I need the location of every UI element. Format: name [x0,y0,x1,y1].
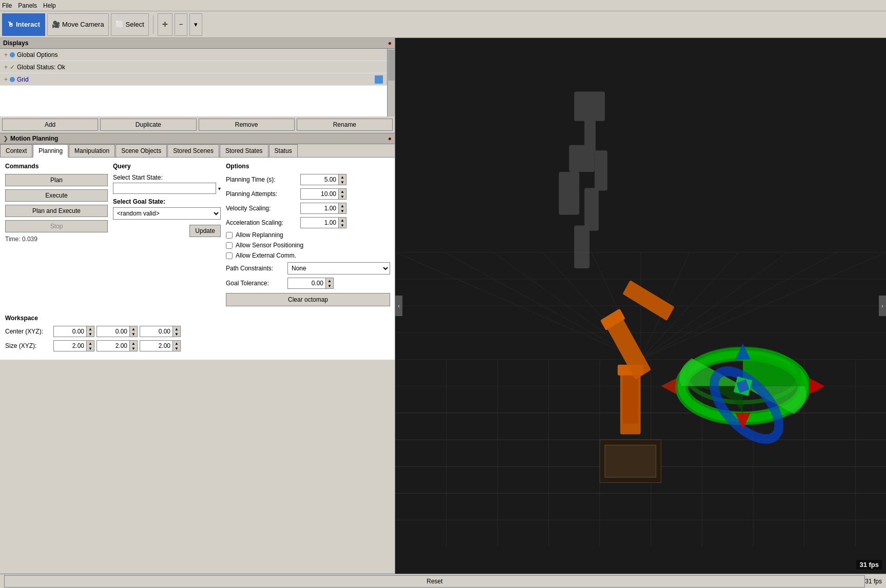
move-camera-button[interactable]: 🎥 Move Camera [47,13,109,36]
goal-tolerance-down[interactable]: ▼ [326,283,333,288]
plan-button[interactable]: Plan [5,174,108,186]
dropdown-button[interactable]: ▾ [189,13,202,36]
velocity-scaling-input[interactable] [300,203,339,214]
menu-help[interactable]: Help [43,2,56,9]
motion-planning-header: ❯ Motion Planning ● [0,133,395,144]
menu-panels[interactable]: Panels [18,2,37,9]
tab-manipulation[interactable]: Manipulation [69,144,115,157]
goal-tolerance-spinner: ▲ ▼ [326,278,334,289]
interact-icon: 🖱 [7,21,14,28]
path-constraints-select[interactable]: None [287,262,390,275]
execute-button[interactable]: Execute [5,189,108,202]
display-item-grid[interactable]: + Grid [0,73,387,86]
center-x-input[interactable] [53,326,87,337]
stop-button[interactable]: Stop [5,220,108,232]
display-item-global-options[interactable]: + Global Options [0,49,387,61]
size-y-down[interactable]: ▼ [130,346,137,351]
center-x-up[interactable]: ▲ [87,326,94,331]
planning-time-up[interactable]: ▲ [339,174,346,180]
update-button[interactable]: Update [189,225,221,237]
display-item-global-status[interactable]: + ✓ Global Status: Ok [0,61,387,73]
size-y-spinner: ▲ ▼ [130,340,138,351]
center-y-input[interactable] [97,326,130,337]
size-z-down[interactable]: ▼ [173,346,180,351]
planning-time-input[interactable] [300,174,339,185]
displays-close-button[interactable]: ● [388,40,392,47]
motion-planning-title: Motion Planning [10,135,58,142]
planning-attempts-spinner: ▲ ▼ [339,188,346,200]
start-state-label: Select Start State: [113,174,221,181]
size-z-input[interactable] [140,340,173,351]
workspace-section: Workspace Center (XYZ): ▲ ▼ ▲ [5,315,390,351]
planning-time-down[interactable]: ▼ [339,180,346,185]
size-x-up[interactable]: ▲ [87,341,94,346]
goal-state-select[interactable]: <random valid> [113,207,221,220]
add-point-button[interactable]: ✛ [158,13,172,36]
move-camera-label: Move Camera [62,21,104,28]
collapse-right-button[interactable]: › [879,296,886,316]
planning-time-row: Planning Time (s): ▲ ▼ [226,174,390,185]
velocity-scaling-down[interactable]: ▼ [339,208,346,213]
center-x-down[interactable]: ▼ [87,331,94,337]
path-constraints-label: Path Constraints: [226,265,287,272]
collapse-left-button[interactable]: ‹ [395,296,402,316]
size-z-spin: ▲ ▼ [140,340,181,351]
center-z-input[interactable] [140,326,173,337]
motion-close-button[interactable]: ● [388,135,392,142]
clear-octomap-button[interactable]: Clear octomap [226,293,390,306]
goal-tolerance-input[interactable] [287,278,326,289]
options-column: Options Planning Time (s): ▲ ▼ Plannin [226,163,390,306]
allow-external-comm-checkbox[interactable] [226,252,233,259]
options-title: Options [226,163,390,170]
tab-scene-objects[interactable]: Scene Objects [115,144,167,157]
plan-execute-button[interactable]: Plan and Execute [5,205,108,217]
reset-button[interactable]: Reset [4,575,865,587]
tab-status[interactable]: Status [269,144,298,157]
menu-file[interactable]: File [2,2,12,9]
viewport-panel[interactable]: ‹ › 31 fps [395,38,886,574]
tab-stored-states[interactable]: Stored States [220,144,268,157]
velocity-scaling-label: Velocity Scaling: [226,205,300,212]
rename-display-button[interactable]: Rename [297,119,393,131]
planning-attempts-down[interactable]: ▼ [339,194,346,199]
add-display-button[interactable]: Add [2,119,98,131]
allow-sensor-positioning-checkbox[interactable] [226,242,233,249]
acceleration-scaling-input[interactable] [300,217,339,228]
start-state-row: Select Start State: ▾ [113,174,221,194]
displays-empty-area [0,86,387,116]
expand-icon: + [4,51,8,58]
svg-rect-37 [605,445,656,477]
select-label: Select [126,21,144,28]
minus-button[interactable]: − [175,13,188,36]
planning-attempts-input[interactable] [300,188,339,200]
size-x-down[interactable]: ▼ [87,346,94,351]
acceleration-scaling-spinner: ▲ ▼ [339,217,346,228]
planning-attempts-up[interactable]: ▲ [339,189,346,194]
start-state-input[interactable] [113,183,216,194]
tab-planning[interactable]: Planning [33,144,68,158]
center-z-up[interactable]: ▲ [173,326,180,331]
center-y-down[interactable]: ▼ [130,331,137,337]
size-y-input[interactable] [97,340,130,351]
size-y-up[interactable]: ▲ [130,341,137,346]
select-button[interactable]: ⬜ Select [111,13,149,36]
acceleration-scaling-down[interactable]: ▼ [339,223,346,228]
displays-scrollbar[interactable] [387,49,395,116]
svg-rect-49 [569,145,595,172]
start-state-dropdown[interactable]: ▾ [218,186,221,191]
motion-expand-icon[interactable]: ❯ [3,135,8,142]
duplicate-display-button[interactable]: Duplicate [100,119,196,131]
size-x-input[interactable] [53,340,87,351]
interact-button[interactable]: 🖱 Interact [2,13,45,36]
planning-attempts-spin-group: ▲ ▼ [300,188,346,200]
goal-tolerance-up[interactable]: ▲ [326,278,333,283]
velocity-scaling-up[interactable]: ▲ [339,203,346,208]
allow-replanning-checkbox[interactable] [226,232,233,239]
center-z-down[interactable]: ▼ [173,331,180,337]
tab-stored-scenes[interactable]: Stored Scenes [167,144,219,157]
tab-context[interactable]: Context [0,144,32,157]
acceleration-scaling-up[interactable]: ▲ [339,218,346,223]
size-z-up[interactable]: ▲ [173,341,180,346]
center-y-up[interactable]: ▲ [130,326,137,331]
remove-display-button[interactable]: Remove [199,119,295,131]
